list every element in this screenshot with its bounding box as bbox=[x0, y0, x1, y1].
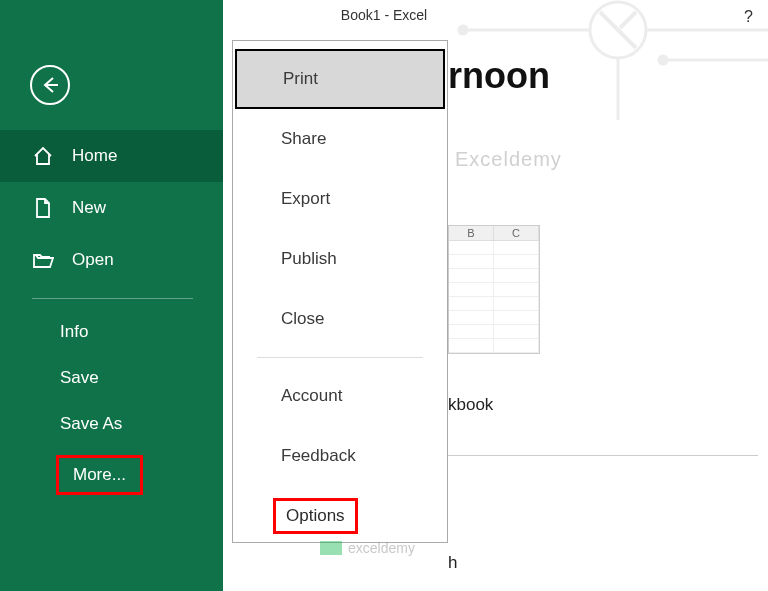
text-h: h bbox=[448, 553, 457, 573]
submenu-divider bbox=[257, 357, 423, 358]
col-header-c: C bbox=[494, 226, 539, 241]
separator-line bbox=[448, 455, 758, 456]
greeting-text: rnoon bbox=[448, 55, 550, 97]
home-icon bbox=[32, 145, 54, 167]
submenu-close[interactable]: Close bbox=[233, 289, 447, 349]
arrow-left-icon bbox=[40, 75, 60, 95]
workbook-thumbnail[interactable]: B C bbox=[448, 225, 540, 354]
submenu-options[interactable]: Options bbox=[273, 498, 358, 534]
watermark-logo-box bbox=[320, 541, 342, 555]
back-button[interactable] bbox=[30, 65, 70, 105]
watermark-logo-text: exceldemy bbox=[348, 540, 415, 556]
nav-divider bbox=[32, 298, 193, 299]
main-content: rnoon bbox=[448, 55, 550, 97]
svg-point-2 bbox=[659, 56, 667, 64]
more-submenu: Print Share Export Publish Close Account… bbox=[232, 40, 448, 543]
nav-open[interactable]: Open bbox=[0, 234, 223, 286]
submenu-feedback[interactable]: Feedback bbox=[233, 426, 447, 486]
submenu-account[interactable]: Account bbox=[233, 366, 447, 426]
nav-more[interactable]: More... bbox=[56, 455, 143, 495]
main-nav: Home New Open bbox=[0, 130, 223, 286]
nav-save[interactable]: Save bbox=[0, 355, 223, 401]
submenu-share[interactable]: Share bbox=[233, 109, 447, 169]
window-title: Book1 - Excel bbox=[341, 7, 427, 23]
col-header-b: B bbox=[449, 226, 494, 241]
sub-nav: Info Save Save As More... bbox=[0, 309, 223, 495]
nav-label: Home bbox=[72, 146, 117, 166]
submenu-export[interactable]: Export bbox=[233, 169, 447, 229]
watermark-text: Exceldemy bbox=[455, 148, 562, 171]
folder-open-icon bbox=[32, 249, 54, 271]
nav-save-as[interactable]: Save As bbox=[0, 401, 223, 447]
document-icon bbox=[32, 197, 54, 219]
nav-label: Open bbox=[72, 250, 114, 270]
nav-new[interactable]: New bbox=[0, 182, 223, 234]
submenu-publish[interactable]: Publish bbox=[233, 229, 447, 289]
nav-label: New bbox=[72, 198, 106, 218]
footer-watermark: exceldemy bbox=[320, 540, 415, 556]
file-sidebar: Home New Open Info Save Save As More... bbox=[0, 0, 223, 591]
nav-home[interactable]: Home bbox=[0, 130, 223, 182]
workbook-label: kbook bbox=[448, 395, 493, 415]
nav-info[interactable]: Info bbox=[0, 309, 223, 355]
submenu-print[interactable]: Print bbox=[235, 49, 445, 109]
help-icon[interactable]: ? bbox=[744, 8, 753, 26]
